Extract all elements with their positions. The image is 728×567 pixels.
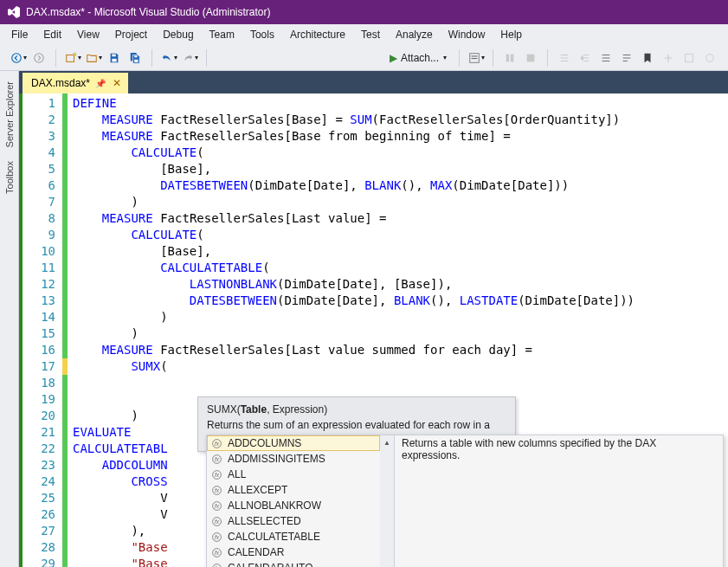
indent-more-button xyxy=(576,48,595,68)
code-line[interactable]: MEASURE FactResellerSales[Base] = SUM(Fa… xyxy=(73,112,728,128)
svg-point-1 xyxy=(35,53,44,62)
svg-text:fx: fx xyxy=(214,549,219,555)
code-line[interactable]: [Base], xyxy=(73,243,728,260)
redo-button[interactable]: ▾ xyxy=(180,48,199,68)
svg-rect-9 xyxy=(471,55,477,56)
svg-rect-13 xyxy=(527,54,535,61)
attach-button[interactable]: ▶ Attach... ▾ xyxy=(384,48,452,68)
intellisense-list[interactable]: fxADDCOLUMNSfxADDMISSINGITEMSfxALLfxALLE… xyxy=(207,435,380,567)
nav-forward-button[interactable] xyxy=(29,48,48,68)
intellisense-item[interactable]: fxCALENDARAUTO xyxy=(207,560,380,567)
open-file-button[interactable]: ▾ xyxy=(84,48,103,68)
svg-text:fx: fx xyxy=(214,486,219,493)
document-tab-bar: DAX.msdax* 📌 ✕ xyxy=(19,71,728,93)
svg-point-3 xyxy=(74,53,76,55)
comment-button[interactable] xyxy=(596,48,615,68)
menu-item-analyze[interactable]: Analyze xyxy=(388,26,441,43)
bookmark-button[interactable] xyxy=(638,48,657,68)
code-line[interactable]: DATESBETWEEN(DimDate[Date], BLANK(), LAS… xyxy=(73,293,728,309)
code-line[interactable]: ) xyxy=(73,309,728,325)
code-line[interactable] xyxy=(73,375,728,391)
menu-item-view[interactable]: View xyxy=(69,26,107,43)
svg-point-0 xyxy=(11,53,21,62)
intellisense-popup[interactable]: fxADDCOLUMNSfxADDMISSINGITEMSfxALLfxALLE… xyxy=(206,435,724,567)
function-icon: fx xyxy=(210,515,222,527)
intellisense-scrollbar[interactable]: ▲ ▼ xyxy=(380,435,394,567)
intellisense-item[interactable]: fxALLEXCEPT xyxy=(207,482,380,498)
menu-item-help[interactable]: Help xyxy=(493,26,530,43)
menu-item-test[interactable]: Test xyxy=(353,26,388,43)
side-tab-toolbox[interactable]: Toolbox xyxy=(3,154,16,201)
pin-icon[interactable]: 📌 xyxy=(95,79,106,88)
code-line[interactable]: SUMX( xyxy=(73,358,728,375)
intellisense-item[interactable]: fxALLNOBLANKROW xyxy=(207,498,380,513)
function-icon: fx xyxy=(210,531,222,543)
menu-item-team[interactable]: Team xyxy=(202,26,242,43)
document-tab-active[interactable]: DAX.msdax* 📌 ✕ xyxy=(23,73,128,93)
nav-back-button[interactable]: ▾ xyxy=(9,48,28,68)
code-line[interactable]: MEASURE FactResellerSales[Last value sum… xyxy=(73,342,728,358)
toolbar-misc-3 xyxy=(680,48,699,68)
line-number-gutter: 1234567891011121314151617181920212223242… xyxy=(23,93,62,567)
intellisense-item[interactable]: fxADDMISSINGITEMS xyxy=(207,451,380,467)
step-over-button xyxy=(521,48,540,68)
save-button[interactable] xyxy=(105,48,124,68)
code-editor[interactable]: 1234567891011121314151617181920212223242… xyxy=(19,93,728,567)
code-line[interactable]: CALCULATETABLE( xyxy=(73,260,728,276)
svg-point-15 xyxy=(706,54,714,61)
function-icon: fx xyxy=(210,468,222,480)
svg-text:fx: fx xyxy=(214,502,219,508)
menu-item-edit[interactable]: Edit xyxy=(35,26,69,43)
vs-logo-icon xyxy=(7,5,21,19)
close-icon[interactable]: ✕ xyxy=(111,77,123,89)
undo-button[interactable]: ▾ xyxy=(159,48,178,68)
code-line[interactable]: MEASURE FactResellerSales[Last value] = xyxy=(73,210,728,227)
change-indicator-strip xyxy=(62,93,69,567)
toolbar-misc-1[interactable]: ▾ xyxy=(467,48,486,68)
menu-item-debug[interactable]: Debug xyxy=(155,26,201,43)
function-icon: fx xyxy=(210,484,222,496)
side-tab-server-explorer[interactable]: Server Explorer xyxy=(3,74,16,154)
code-line[interactable]: MEASURE FactResellerSales[Base from begi… xyxy=(73,128,728,145)
uncomment-button[interactable] xyxy=(617,48,636,68)
svg-rect-14 xyxy=(686,54,693,61)
menu-item-architecture[interactable]: Architecture xyxy=(282,26,353,43)
function-icon: fx xyxy=(210,453,222,465)
svg-rect-5 xyxy=(112,58,116,61)
svg-rect-4 xyxy=(112,54,115,56)
svg-rect-12 xyxy=(511,54,514,61)
scroll-up-icon[interactable]: ▲ xyxy=(380,435,394,449)
code-line[interactable]: DEFINE xyxy=(73,95,728,112)
code-line[interactable]: LASTNONBLANK(DimDate[Date], [Base]), xyxy=(73,276,728,293)
function-icon: fx xyxy=(210,562,222,567)
code-line[interactable]: CALCULATE( xyxy=(73,145,728,161)
new-project-button[interactable]: ▾ xyxy=(63,48,82,68)
code-line[interactable]: [Base], xyxy=(73,161,728,177)
code-line[interactable]: CALCULATE( xyxy=(73,227,728,243)
svg-rect-2 xyxy=(66,55,74,61)
code-line[interactable]: DATESBETWEEN(DimDate[Date], BLANK(), MAX… xyxy=(73,177,728,194)
function-icon: fx xyxy=(210,546,222,558)
menu-item-window[interactable]: Window xyxy=(441,26,493,43)
svg-text:fx: fx xyxy=(214,533,219,539)
side-tab-well: Server Explorer Toolbox xyxy=(0,71,19,567)
svg-rect-7 xyxy=(134,59,138,61)
intellisense-description: Returns a table with new columns specifi… xyxy=(394,435,723,567)
scroll-down-icon[interactable]: ▼ xyxy=(380,562,394,567)
svg-text:fx: fx xyxy=(214,518,219,524)
intellisense-item[interactable]: fxALLSELECTED xyxy=(207,513,380,529)
save-all-button[interactable] xyxy=(126,48,145,68)
menu-item-file[interactable]: File xyxy=(3,26,35,43)
code-line[interactable]: ) xyxy=(73,325,728,342)
intellisense-item[interactable]: fxCALENDAR xyxy=(207,544,380,560)
intellisense-item[interactable]: fxCALCULATETABLE xyxy=(207,529,380,544)
intellisense-item[interactable]: fxALL xyxy=(207,467,380,482)
intellisense-item[interactable]: fxADDCOLUMNS xyxy=(207,435,380,451)
step-into-button xyxy=(500,48,519,68)
menu-item-tools[interactable]: Tools xyxy=(242,26,282,43)
title-bar: DAX.msdax* - Microsoft Visual Studio (Ad… xyxy=(0,0,728,24)
function-icon: fx xyxy=(210,437,222,449)
menu-item-project[interactable]: Project xyxy=(107,26,155,43)
svg-rect-10 xyxy=(471,58,477,59)
code-line[interactable]: ) xyxy=(73,194,728,210)
